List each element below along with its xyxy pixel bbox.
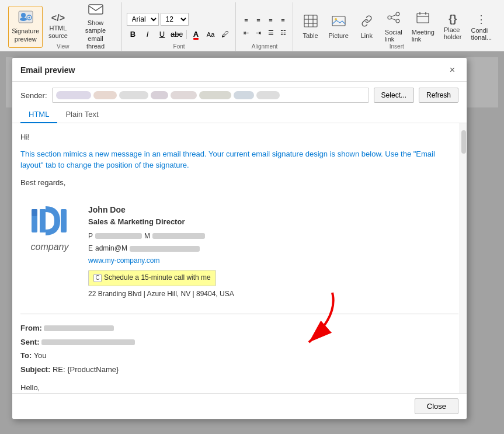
subject-value: RE: {ProductName} — [53, 365, 119, 374]
social-link-label: Sociallink — [385, 29, 402, 43]
paint-button[interactable]: 🖊 — [219, 28, 232, 41]
underline-button[interactable]: U — [156, 28, 169, 41]
alignment-group-label: Alignment — [237, 43, 293, 50]
align-center-button[interactable]: ≡ — [253, 15, 265, 26]
strikethrough-button[interactable]: abc — [171, 28, 183, 41]
modal-body[interactable]: Hi! This section mimics a new message in… — [12, 123, 467, 393]
font-size-select[interactable]: 12 — [161, 13, 189, 26]
svg-point-12 — [335, 18, 337, 20]
sig-website-row: www.my-company.com — [88, 255, 458, 266]
svg-point-14 — [396, 12, 399, 16]
signature-preview-label: Signature preview — [12, 27, 39, 43]
svg-rect-25 — [61, 209, 67, 232]
insert-group-label: Insert — [294, 43, 499, 50]
sig-phone-row: P M — [88, 231, 458, 242]
meeting-link-button[interactable]: Meetinglink — [408, 6, 439, 48]
indent-more-button[interactable]: ⇥ — [253, 27, 265, 38]
font-group-label: Font — [123, 43, 235, 50]
scrollbar[interactable] — [460, 123, 467, 393]
bold-button[interactable]: B — [127, 28, 140, 41]
align-justify-button[interactable]: ≡ — [277, 15, 289, 26]
font-case-button[interactable]: Aa — [204, 28, 217, 41]
view-group-label: View — [5, 43, 121, 50]
description-text: This section mimics a new message in an … — [20, 148, 458, 171]
picture-button[interactable]: Picture — [325, 6, 353, 48]
cta-icon: C — [93, 274, 102, 282]
toolbar-group-font: Arial 12 B I U abc A Aa 🖊 — [123, 2, 236, 51]
link-label: Link — [361, 32, 373, 39]
alignment-controls: ≡ ≡ ≡ ≡ ⇤ ⇥ ☰ ☷ — [241, 15, 289, 38]
to-value: You — [34, 351, 47, 360]
list-ol-button[interactable]: ☷ — [277, 27, 289, 38]
font-color-button[interactable]: A — [190, 28, 203, 41]
placeholder-button[interactable]: {} Placeholder — [440, 6, 466, 48]
align-right-button[interactable]: ≡ — [265, 15, 277, 26]
tab-bar: HTML Plain Text — [12, 106, 467, 123]
font-name-select[interactable]: Arial — [127, 13, 159, 26]
svg-rect-24 — [40, 209, 46, 232]
modal-header: Email preview × — [12, 58, 467, 82]
svg-point-2 — [20, 18, 27, 21]
modal-close-button[interactable]: × — [446, 64, 458, 77]
email-label: E — [88, 243, 93, 254]
website-link[interactable]: www.my-company.com — [88, 255, 159, 266]
svg-rect-23 — [32, 209, 37, 216]
close-modal-button[interactable]: Close — [415, 398, 458, 414]
refresh-button[interactable]: Refresh — [419, 88, 458, 103]
table-label: Table — [303, 32, 318, 39]
html-source-icon: </> — [51, 13, 65, 23]
to-row: To: You — [20, 350, 458, 362]
align-left-button[interactable]: ≡ — [241, 15, 252, 26]
previous-email: From: Sent: To: You Subject: — [20, 322, 458, 393]
list-ul-button[interactable]: ☰ — [265, 27, 277, 38]
svg-point-13 — [388, 16, 391, 19]
indent-less-button[interactable]: ⇤ — [241, 27, 252, 38]
picture-icon — [332, 15, 346, 31]
logo-svg — [29, 203, 70, 238]
signature-preview-icon — [18, 10, 34, 26]
best-regards-text: Best regards, — [20, 177, 458, 189]
select-sender-button[interactable]: Select... — [374, 88, 414, 103]
placeholder-icon: {} — [449, 13, 457, 25]
link-button[interactable]: Link — [354, 6, 380, 48]
svg-rect-11 — [332, 16, 345, 26]
placeholder-label: Placeholder — [444, 26, 462, 40]
greeting-text: Hi! — [20, 131, 458, 144]
show-sample-button[interactable]: Show sampleemail thread — [73, 6, 117, 48]
font-row2: B I U abc A Aa 🖊 — [127, 28, 232, 41]
meeting-link-label: Meetinglink — [412, 29, 435, 43]
mobile-label: M — [144, 231, 150, 242]
sent-label: Sent: — [20, 338, 40, 346]
html-source-button[interactable]: </> HTML source — [44, 6, 72, 48]
subject-row: Subject: RE: {ProductName} — [20, 364, 458, 376]
sig-title: Sales & Marketing Director — [88, 216, 458, 228]
svg-rect-5 — [89, 5, 103, 14]
toolbar: Signature preview </> HTML source Show s… — [0, 0, 504, 51]
conditional-button[interactable]: ⋮ Conditional... — [467, 6, 496, 48]
svg-line-16 — [391, 15, 396, 16]
italic-button[interactable]: I — [141, 28, 154, 41]
social-link-icon — [387, 11, 401, 27]
svg-point-4 — [28, 17, 30, 19]
from-value-blurred — [44, 325, 114, 331]
tab-html[interactable]: HTML — [20, 106, 57, 123]
modal-title: Email preview — [20, 65, 75, 75]
signature-card: company John Doe Sales & Marketing Direc… — [20, 197, 458, 305]
svg-rect-6 — [304, 15, 317, 27]
tab-plain-text[interactable]: Plain Text — [57, 106, 106, 123]
social-link-button[interactable]: Sociallink — [381, 6, 406, 48]
sender-row: Sender: Select... Refresh — [12, 82, 467, 106]
mobile-value-blurred — [152, 233, 205, 239]
sender-field[interactable] — [52, 88, 369, 103]
svg-rect-0 — [19, 11, 33, 23]
table-button[interactable]: Table — [298, 6, 324, 48]
toolbar-group-view: Signature preview </> HTML source Show s… — [5, 2, 122, 51]
svg-rect-18 — [417, 13, 429, 23]
show-sample-icon — [88, 3, 103, 18]
picture-label: Picture — [329, 32, 349, 39]
sig-name: John Doe — [88, 203, 458, 216]
cta-button[interactable]: C Schedule a 15-minute call with me — [88, 270, 216, 286]
align-row2: ⇤ ⇥ ☰ ☷ — [241, 27, 289, 38]
email-separator — [20, 314, 458, 314]
signature-preview-button[interactable]: Signature preview — [8, 6, 43, 48]
